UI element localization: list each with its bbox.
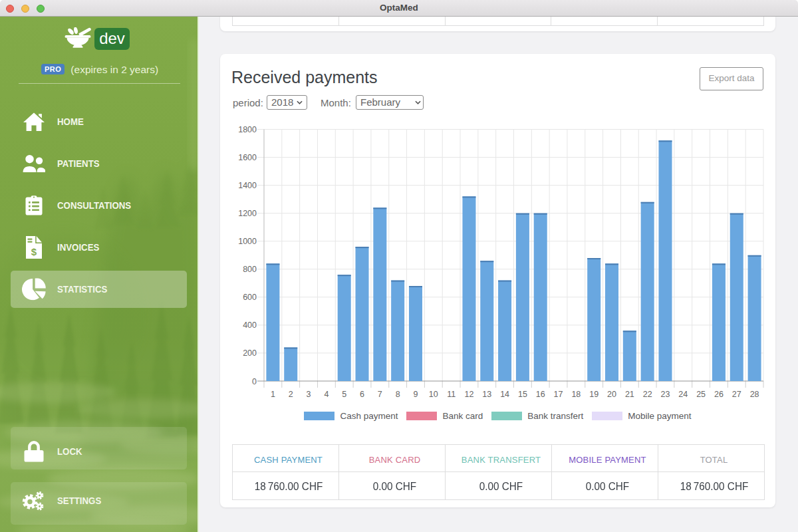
svg-text:22: 22 [643, 390, 652, 399]
svg-text:1: 1 [271, 390, 275, 399]
svg-text:25: 25 [696, 390, 706, 399]
svg-text:$: $ [31, 246, 37, 257]
svg-text:24: 24 [678, 390, 688, 399]
svg-text:12: 12 [464, 390, 473, 399]
svg-text:16: 16 [536, 390, 545, 399]
svg-text:1400: 1400 [238, 181, 257, 190]
svg-text:4: 4 [324, 390, 329, 399]
svg-text:1000: 1000 [238, 237, 257, 246]
svg-text:28: 28 [750, 390, 759, 399]
svg-text:26: 26 [714, 390, 724, 399]
svg-text:3: 3 [307, 390, 311, 399]
svg-text:21: 21 [625, 390, 634, 399]
svg-text:5: 5 [342, 390, 346, 399]
svg-text:13: 13 [482, 390, 491, 399]
svg-text:400: 400 [243, 321, 257, 330]
svg-text:18: 18 [571, 390, 581, 399]
svg-text:1200: 1200 [238, 209, 257, 218]
svg-text:200: 200 [243, 348, 257, 358]
svg-text:17: 17 [554, 390, 563, 399]
svg-text:20: 20 [607, 390, 616, 399]
svg-text:9: 9 [414, 390, 418, 399]
svg-text:7: 7 [378, 390, 382, 399]
svg-text:2: 2 [289, 390, 293, 399]
svg-text:15: 15 [518, 390, 527, 399]
svg-text:23: 23 [661, 390, 670, 399]
svg-text:27: 27 [732, 390, 741, 399]
svg-text:11: 11 [447, 390, 456, 399]
svg-text:10: 10 [429, 390, 438, 399]
svg-text:0: 0 [252, 377, 257, 386]
svg-text:6: 6 [360, 390, 364, 399]
svg-text:800: 800 [243, 265, 257, 274]
svg-text:1800: 1800 [238, 125, 257, 134]
svg-text:8: 8 [396, 390, 400, 399]
svg-text:19: 19 [589, 390, 598, 399]
svg-text:14: 14 [500, 390, 509, 399]
svg-text:600: 600 [243, 293, 257, 302]
svg-text:1600: 1600 [238, 153, 257, 162]
